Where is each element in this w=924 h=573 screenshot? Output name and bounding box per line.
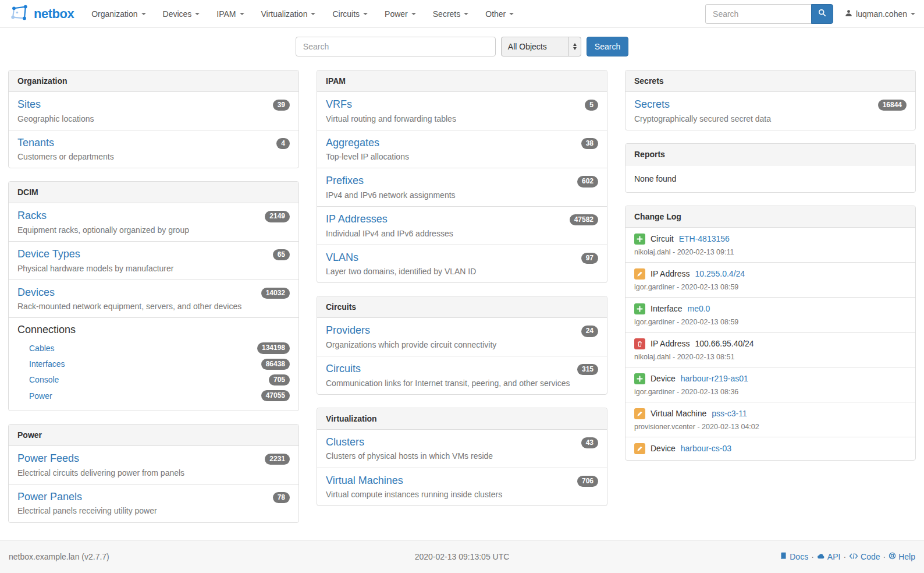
changelog-object-type: Device (651, 444, 676, 453)
providers-count-badge: 24 (581, 326, 598, 337)
interfaces-link[interactable]: Interfaces (29, 359, 65, 369)
tenants-description: Customers or departments (17, 151, 290, 162)
search-icon (818, 9, 826, 19)
list-item-providers: Providers 24 Organizations which provide… (317, 318, 607, 356)
providers-description: Organizations which provide circuit conn… (326, 339, 598, 350)
virtual-machines-link[interactable]: Virtual Machines (326, 474, 403, 487)
netbox-brand[interactable]: netbox (9, 3, 74, 24)
list-item-aggregates: Aggregates 38 Top-level IP allocations (317, 130, 607, 168)
tenants-count-badge: 4 (276, 138, 290, 149)
navbar-search-input[interactable] (705, 4, 811, 24)
help-link[interactable]: Help (889, 552, 915, 561)
vrfs-link[interactable]: VRFs (326, 98, 352, 111)
changelog-object-type: Device (651, 374, 676, 383)
power-connections-link[interactable]: Power (29, 391, 52, 401)
panel-ipam-title: IPAM (317, 70, 607, 92)
list-item-secrets: Secrets 16844 Cryptographically secured … (626, 92, 915, 130)
racks-link[interactable]: Racks (17, 209, 47, 222)
changelog-meta: igor.gardiner - 2020-02-13 08:59 (634, 283, 907, 291)
netbox-logo-icon (9, 3, 30, 24)
user-menu[interactable]: luqman.cohen (845, 9, 915, 19)
changelog-object-link[interactable]: harbour-r219-as01 (681, 374, 748, 383)
changelog-object-link[interactable]: me0.0 (687, 304, 710, 313)
sites-link[interactable]: Sites (17, 98, 41, 111)
changelog-object-type: Virtual Machine (651, 409, 706, 418)
prefixes-link[interactable]: Prefixes (326, 174, 364, 188)
list-item-racks: Racks 2149 Equipment racks, optionally o… (9, 203, 298, 241)
footer-timestamp: 2020-02-13 09:13:05 UTC (415, 552, 510, 561)
secrets-count-badge: 16844 (878, 100, 907, 111)
changelog-object-link[interactable]: pss-c3-11 (712, 409, 747, 418)
power-connections-count-badge: 47055 (261, 390, 290, 401)
nav-menu-devices[interactable]: Devices (163, 9, 200, 19)
panel-circuits-title: Circuits (317, 296, 607, 318)
tenants-link[interactable]: Tenants (17, 136, 54, 150)
nav-menu-other[interactable]: Other (485, 9, 514, 19)
circuits-link[interactable]: Circuits (326, 362, 361, 376)
console-link[interactable]: Console (29, 375, 59, 384)
api-link[interactable]: API (817, 552, 841, 561)
panel-reports-title: Reports (626, 144, 915, 165)
panel-virtualization: Virtualization Clusters 43 Clusters of p… (317, 408, 607, 506)
power-panels-link[interactable]: Power Panels (17, 490, 82, 504)
device-types-description: Physical hardware models by manufacturer (17, 263, 290, 274)
search-button[interactable]: Search (587, 37, 628, 56)
aggregates-count-badge: 38 (581, 138, 598, 149)
devices-link[interactable]: Devices (17, 286, 55, 299)
navbar-search-button[interactable] (811, 4, 833, 24)
panel-dcim: DCIM Racks 2149 Equipment racks, optiona… (8, 181, 299, 411)
vlans-link[interactable]: VLANs (326, 251, 358, 264)
secrets-description: Cryptographically secured secret data (634, 114, 907, 124)
changelog-entry: Circuit ETH-4813156 nikolaj.dahl - 2020-… (626, 228, 915, 262)
list-item-power-panels: Power Panels 78 Electrical panels receiv… (9, 484, 298, 522)
providers-link[interactable]: Providers (326, 324, 370, 337)
cables-link[interactable]: Cables (29, 344, 55, 353)
chevron-down-icon (240, 13, 244, 15)
panel-organization-title: Organization (9, 70, 298, 92)
panel-secrets: Secrets Secrets 16844 Cryptographically … (625, 70, 916, 130)
chevron-down-icon (363, 13, 368, 15)
code-link[interactable]: Code (849, 552, 880, 561)
changelog-entry: Interface me0.0 igor.gardiner - 2020-02-… (626, 297, 915, 332)
list-item-power-feeds: Power Feeds 2231 Electrical circuits del… (9, 446, 298, 484)
clusters-link[interactable]: Clusters (326, 436, 364, 449)
devices-count-badge: 14032 (261, 288, 290, 299)
nav-menu-organization[interactable]: Organization (91, 9, 145, 19)
panel-changelog: Change Log Circuit ETH-4813156 nikolaj.d… (625, 206, 916, 461)
footer-links: Docs · API · Code · Help (780, 552, 915, 561)
racks-description: Equipment racks, optionally organized by… (17, 225, 290, 235)
nav-menu-power[interactable]: Power (385, 9, 416, 19)
nav-menu-ipam[interactable]: IPAM (216, 9, 244, 19)
list-item-tenants: Tenants 4 Customers or departments (9, 130, 298, 168)
changelog-object-type: IP Address (651, 339, 690, 348)
chevron-down-icon (911, 13, 915, 15)
panel-power-title: Power (9, 425, 298, 446)
power-feeds-link[interactable]: Power Feeds (17, 452, 79, 465)
aggregates-link[interactable]: Aggregates (326, 136, 379, 150)
life-ring-icon (889, 552, 896, 561)
docs-link[interactable]: Docs (780, 552, 808, 561)
virtual-machines-description: Virtual compute instances running inside… (326, 489, 598, 500)
ip-addresses-link[interactable]: IP Addresses (326, 213, 388, 226)
changelog-meta: igor.gardiner - 2020-02-13 08:36 (634, 388, 907, 396)
clusters-description: Clusters of physical hosts in which VMs … (326, 451, 598, 461)
nav-menu-circuits[interactable]: Circuits (332, 9, 368, 19)
object-type-select[interactable]: All Objects (501, 37, 581, 56)
nav-menu-virtualization[interactable]: Virtualization (261, 9, 316, 19)
changelog-object-link[interactable]: harbour-cs-03 (681, 444, 731, 453)
nav-menu-secrets[interactable]: Secrets (433, 9, 468, 19)
device-types-link[interactable]: Device Types (17, 247, 80, 261)
secrets-link[interactable]: Secrets (634, 98, 670, 111)
power-feeds-description: Electrical circuits delivering power fro… (17, 468, 290, 478)
changelog-object-link[interactable]: 10.255.0.4/24 (695, 269, 745, 278)
changelog-object-name: 100.66.95.40/24 (695, 339, 754, 348)
device-types-count-badge: 65 (273, 249, 290, 260)
changelog-entry: Device harbour-r219-as01 igor.gardiner -… (626, 367, 915, 402)
changelog-object-link[interactable]: ETH-4813156 (679, 234, 730, 243)
changelog-object-type: Interface (651, 304, 682, 313)
search-input[interactable] (296, 37, 496, 56)
chevron-down-icon (509, 13, 514, 15)
list-item-power-connections: Power 47055 (17, 388, 290, 404)
navbar-right: luqman.cohen (705, 4, 915, 24)
sites-description: Geographic locations (17, 114, 290, 124)
